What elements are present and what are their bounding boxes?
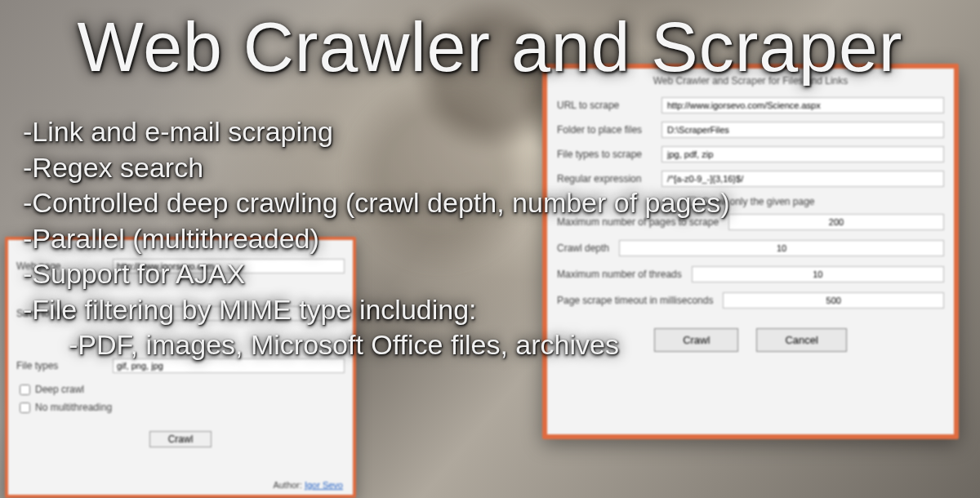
promo-stage: Web page Save to folder File types Deep …: [0, 0, 980, 498]
feature-item: -Link and e-mail scraping: [23, 114, 964, 150]
url-input[interactable]: [662, 97, 944, 113]
feature-list: -Link and e-mail scraping -Regex search …: [23, 114, 964, 363]
url-label: URL to scrape: [557, 100, 653, 111]
feature-item: -Regex search: [23, 150, 964, 186]
page-title: Web Crawler and Scraper: [0, 7, 980, 87]
feature-item: -Support for AJAX: [23, 256, 964, 292]
author-link[interactable]: Igor Sevo: [305, 480, 343, 490]
feature-item: -Controlled deep crawling (crawl depth, …: [23, 185, 964, 221]
feature-item: -File filtering by MIME type including:: [23, 292, 964, 328]
left-crawl-button[interactable]: Crawl: [149, 431, 212, 447]
deep-crawl-checkbox[interactable]: [20, 385, 30, 395]
no-multithreading-label: No multithreading: [35, 402, 112, 413]
feature-item: -Parallel (multithreaded): [23, 221, 964, 257]
deep-crawl-label: Deep crawl: [35, 384, 84, 395]
no-multithreading-checkbox[interactable]: [20, 402, 30, 413]
author-label: Author:: [273, 480, 301, 490]
feature-subitem: -PDF, images, Microsoft Office files, ar…: [23, 327, 964, 363]
